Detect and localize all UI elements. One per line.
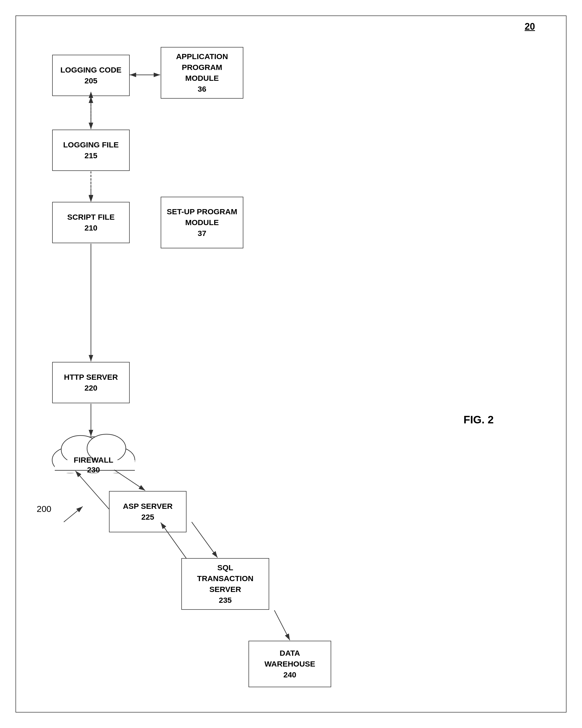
svg-line-18 — [114, 470, 145, 491]
svg-point-10 — [99, 447, 135, 473]
svg-line-22 — [274, 610, 290, 640]
svg-line-19 — [75, 471, 109, 509]
box-logging-code: LOGGING CODE 205 — [52, 55, 130, 96]
box-setup-program: SET-UP PROGRAM MODULE 37 — [161, 197, 243, 248]
box-http-server: HTTP SERVER 220 — [52, 362, 130, 403]
box-asp-server: ASP SERVER 225 — [109, 491, 186, 532]
svg-point-12 — [87, 434, 126, 463]
svg-line-20 — [192, 522, 218, 557]
cloud-firewall-shape: FIREWALL 230 — [52, 434, 135, 474]
ref-number-20: 20 — [525, 21, 535, 32]
box-sql-server: SQL TRANSACTION SERVER 235 — [181, 558, 269, 610]
box-logging-file: LOGGING FILE 215 — [52, 130, 130, 171]
diagram-boundary: 20 FIG. 2 200 LOGGING CODE 205 APPLICATI… — [16, 16, 566, 712]
svg-point-8 — [65, 437, 122, 473]
svg-text:230: 230 — [87, 465, 100, 474]
figure-label: FIG. 2 — [463, 414, 494, 426]
svg-text:FIREWALL: FIREWALL — [74, 456, 113, 464]
svg-point-9 — [52, 447, 88, 473]
ref-200: 200 — [37, 504, 51, 514]
svg-point-11 — [61, 436, 100, 464]
svg-rect-13 — [55, 460, 135, 473]
box-data-warehouse: DATA WAREHOUSE 240 — [249, 641, 331, 687]
box-script-file: SCRIPT FILE 210 — [52, 202, 130, 243]
box-app-program: APPLICATION PROGRAM MODULE 36 — [161, 47, 243, 99]
svg-line-23 — [64, 506, 83, 522]
